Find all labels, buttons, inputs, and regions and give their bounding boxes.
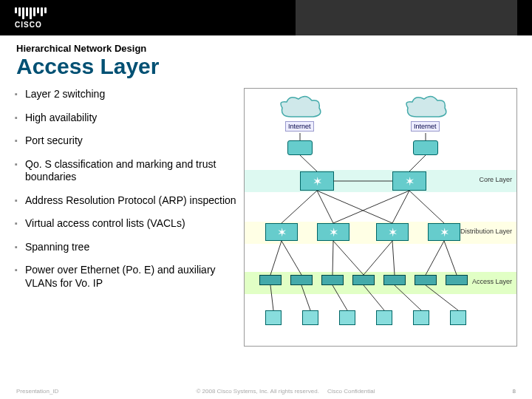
footer-copyright: © 2008 Cisco Systems, Inc. All rights re… [196,388,318,395]
header-photo-strip [296,0,517,35]
slide-title: Access Layer [16,54,532,79]
content-area: Layer 2 switching High availability Port… [0,88,532,347]
list-item: Power over Ethernet (Po. E) and auxiliar… [15,264,236,290]
svg-line-12 [282,241,301,275]
dist-switch-icon: ✶ [376,223,409,241]
cisco-logo: CISCO [15,7,47,29]
core-layer-band [245,170,516,192]
logo-text: CISCO [15,21,42,29]
access-layer-label: Access Layer [472,278,512,285]
network-diagram: Internet Internet ✶ ✶ Core Layer ✶ ✶ ✶ ✶… [244,88,517,347]
access-switch-icon [321,275,344,285]
internet-label-left: Internet [285,121,314,132]
bullet-list: Layer 2 switching High availability Port… [15,88,236,347]
dist-layer-label: Distribution Layer [460,228,512,235]
internet-label-right: Internet [411,121,440,132]
footer-confidential: Cisco Confidential [327,388,375,395]
list-item: High availability [15,112,236,125]
svg-line-5 [282,191,317,223]
svg-line-3 [409,155,426,171]
svg-line-7 [392,191,409,223]
dist-switch-icon: ✶ [317,223,349,241]
svg-line-13 [332,241,333,275]
footer: Presentation_ID © 2008 Cisco Systems, In… [0,388,532,395]
header-bar: CISCO [0,0,532,35]
core-layer-label: Core Layer [479,176,512,183]
internet-cloud-icon [400,95,451,124]
svg-line-6 [317,191,333,223]
core-switch-icon: ✶ [300,171,334,191]
access-switch-icon [383,275,406,285]
access-switch-icon [446,275,468,285]
pc-icon [413,310,429,325]
access-switch-icon [259,275,282,285]
core-switch-icon: ✶ [392,171,426,191]
pc-icon [302,310,318,325]
svg-line-14 [333,241,364,275]
svg-line-17 [426,241,444,275]
dist-switch-icon: ✶ [265,223,298,241]
svg-line-2 [300,155,317,171]
svg-line-15 [392,241,395,275]
svg-line-9 [317,191,392,223]
pc-icon [450,310,466,325]
list-item: Address Resolution Protocol (ARP) inspec… [15,194,236,208]
svg-line-8 [409,191,444,223]
internet-cloud-icon [274,95,326,124]
access-switch-icon [415,275,437,285]
access-switch-icon [352,275,375,285]
pc-icon [265,310,282,325]
router-icon [413,140,438,155]
list-item: Spanning tree [15,241,236,254]
dist-switch-icon: ✶ [428,223,460,241]
list-item: Virtual access control lists (VACLs) [15,217,236,231]
footer-left: Presentation_ID [16,388,58,395]
router-icon [287,140,313,155]
slide-subtitle: Hierarchical Network Design [16,43,532,54]
access-switch-icon [290,275,313,285]
list-item: Qo. S classification and marking and tru… [15,158,236,184]
svg-line-16 [364,241,392,275]
page-number: 8 [513,388,516,395]
svg-line-11 [270,241,282,275]
pc-icon [339,310,355,325]
pc-icon [376,310,392,325]
list-item: Port security [15,134,236,148]
list-item: Layer 2 switching [15,88,236,101]
svg-line-10 [333,191,409,223]
logo-bars-icon [15,7,47,19]
svg-line-18 [444,241,457,275]
